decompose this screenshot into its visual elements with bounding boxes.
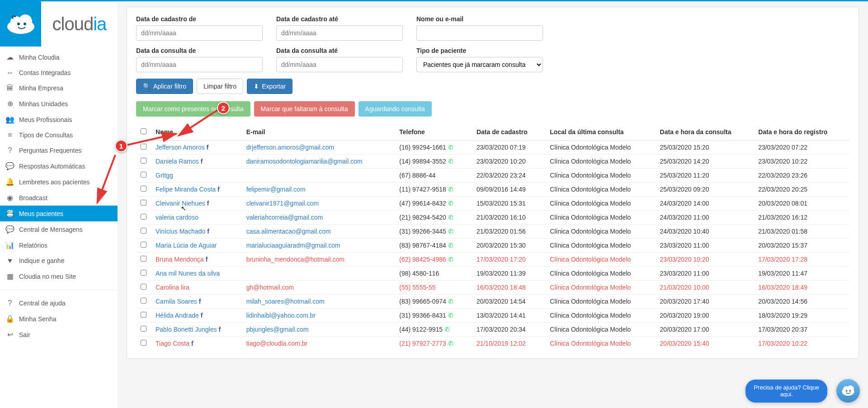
- patient-phone: (14) 99894-3552: [399, 158, 446, 165]
- row-checkbox[interactable]: [141, 284, 146, 290]
- mark-absent-button[interactable]: Marcar que faltaram à consulta: [254, 101, 355, 117]
- input-name-email[interactable]: [416, 25, 543, 41]
- patient-email-link[interactable]: tiago@cloudia.com.br: [246, 340, 308, 347]
- mark-present-button[interactable]: Marcar como presentes na consulta: [136, 101, 250, 117]
- patient-name-link[interactable]: Maria Lúcia de Aguiar: [156, 242, 217, 249]
- whatsapp-icon[interactable]: ✆: [448, 200, 453, 207]
- sidebar-item[interactable]: ⊕Minhas Unidades: [0, 96, 118, 112]
- select-all-checkbox[interactable]: [141, 128, 146, 134]
- sidebar-item[interactable]: ?Perguntas Frequentes: [0, 143, 118, 158]
- sidebar-item[interactable]: ≡Tipos de Consultas: [0, 127, 118, 143]
- sidebar-item[interactable]: 💬Central de Mensagens: [0, 221, 118, 237]
- whatsapp-icon[interactable]: ✆: [448, 158, 453, 165]
- whatsapp-icon[interactable]: ✆: [448, 144, 453, 151]
- patient-name-link[interactable]: Felipe Miranda Costa: [156, 186, 216, 193]
- apply-filter-button[interactable]: 🔍 Aplicar filtro: [136, 79, 193, 94]
- chat-widget-button[interactable]: [836, 379, 860, 403]
- whatsapp-icon[interactable]: ✆: [448, 256, 453, 263]
- patient-name-link[interactable]: Tiago Costa: [156, 340, 189, 347]
- sidebar-item-label: Cloudia no meu Site: [19, 273, 76, 280]
- patient-email-link[interactable]: casa.alimentacao@gmail.com: [246, 228, 331, 235]
- sidebar-item[interactable]: ◉Broadcast: [0, 190, 118, 206]
- patient-name-link[interactable]: Bruna Mendonça: [156, 256, 204, 263]
- help-pill[interactable]: Precisa de ajuda? Clique aqui.: [745, 380, 827, 403]
- row-checkbox[interactable]: [141, 144, 146, 150]
- patient-email-link[interactable]: daniramosodontologiamarilia@gmail.com: [246, 158, 363, 165]
- patient-name-link[interactable]: Carolina lira: [156, 284, 189, 291]
- logo[interactable]: cloudia: [0, 1, 118, 47]
- sidebar-item[interactable]: 🔔Lembretes aos pacientes: [0, 174, 118, 190]
- patient-email-link[interactable]: gh@hotmail.com: [246, 284, 294, 291]
- row-checkbox[interactable]: [141, 186, 146, 192]
- row-checkbox[interactable]: [141, 312, 146, 318]
- patient-name-link[interactable]: valeria cardoso: [156, 214, 198, 221]
- input-appt-to[interactable]: [276, 57, 403, 72]
- sidebar-item[interactable]: ☁Minha Cloudia: [0, 49, 118, 65]
- row-checkbox[interactable]: [141, 298, 146, 304]
- clear-filter-button[interactable]: Limpar filtro: [197, 79, 243, 94]
- row-checkbox[interactable]: [141, 172, 146, 178]
- col-loc: Local da última consulta: [545, 124, 655, 141]
- whatsapp-icon[interactable]: ✆: [448, 298, 453, 305]
- patient-name-link[interactable]: Ana mil Nunes da silva: [156, 270, 220, 277]
- table-row: Camila Soaresfmilah_soares@hotmail.com(8…: [136, 295, 849, 309]
- awaiting-button[interactable]: Aguardando consulta: [359, 101, 432, 117]
- sidebar-item-label: Central de ajuda: [19, 300, 66, 307]
- whatsapp-icon[interactable]: ✆: [448, 340, 453, 347]
- patient-name-link[interactable]: Grttgg: [156, 172, 173, 179]
- table-row: Pablo Bonetti Junglesfpbjungles@gmail.co…: [136, 323, 849, 337]
- sidebar-footer-item[interactable]: ?Central de ajuda: [0, 295, 118, 311]
- input-reg-to[interactable]: [276, 25, 403, 41]
- cell-appt-date: 25/03/2020 11:20: [656, 169, 754, 183]
- whatsapp-icon[interactable]: ✆: [448, 312, 453, 319]
- whatsapp-icon[interactable]: ✆: [444, 326, 450, 333]
- patient-email-link[interactable]: bruninha_mendonca@hotmail.com: [246, 256, 344, 263]
- sidebar-footer-item[interactable]: 🔒Minha Senha: [0, 311, 118, 327]
- cell-reg-date: 15/03/2020 15:31: [472, 197, 545, 211]
- whatsapp-icon[interactable]: ✆: [448, 214, 453, 221]
- row-checkbox[interactable]: [141, 214, 146, 220]
- patient-email-link[interactable]: cleivanir1971@gmail.com: [246, 200, 319, 207]
- sidebar-item[interactable]: ▦Cloudia no meu Site: [0, 268, 118, 284]
- sidebar-item[interactable]: 🏛Minha Empresa: [0, 80, 118, 96]
- patient-name-link[interactable]: Cleivanir Niehues: [156, 200, 205, 207]
- nav-icon: 👥: [5, 115, 14, 124]
- patient-name-link[interactable]: Camila Soares: [156, 298, 197, 305]
- patient-email-link[interactable]: felipemir@gmail.com: [246, 186, 306, 193]
- row-checkbox[interactable]: [141, 200, 146, 206]
- row-checkbox[interactable]: [141, 242, 146, 248]
- patient-name-link[interactable]: Daniela Ramos: [156, 158, 199, 165]
- patient-email-link[interactable]: marialuciaaguiaradm@gmail.com: [246, 242, 340, 249]
- whatsapp-icon[interactable]: ✆: [448, 186, 453, 193]
- whatsapp-icon[interactable]: ✆: [448, 242, 453, 249]
- row-checkbox[interactable]: [141, 270, 146, 276]
- input-reg-from[interactable]: [136, 25, 263, 41]
- patient-email-link[interactable]: milah_soares@hotmail.com: [246, 298, 325, 305]
- patient-email-link[interactable]: lidinhaibl@yahoo.com.br: [246, 312, 316, 319]
- patient-name-link[interactable]: Vinícius Machado: [156, 228, 205, 235]
- row-checkbox[interactable]: [141, 256, 146, 262]
- patient-email-link[interactable]: pbjungles@gmail.com: [246, 326, 309, 333]
- sidebar-item[interactable]: ♥Indique e ganhe: [0, 253, 118, 268]
- input-appt-from[interactable]: [136, 57, 263, 72]
- row-checkbox[interactable]: [141, 158, 146, 164]
- sidebar-item[interactable]: 💬Respostas Automáticas: [0, 158, 118, 174]
- nav-icon: 💬: [5, 225, 14, 234]
- row-checkbox[interactable]: [141, 326, 146, 332]
- patient-name-link[interactable]: Hélida Andrade: [156, 312, 199, 319]
- whatsapp-icon[interactable]: ✆: [448, 228, 453, 235]
- sidebar-item[interactable]: 📊Relatórios: [0, 237, 118, 253]
- patient-name-link[interactable]: Pablo Bonetti Jungles: [156, 326, 217, 333]
- sidebar-item[interactable]: 📇Meus pacientes: [0, 206, 118, 221]
- export-button[interactable]: ⬇ Exportar: [247, 79, 292, 94]
- patient-email-link[interactable]: valeriahcorreia@gmail.com: [246, 214, 323, 221]
- sidebar-footer-item[interactable]: ↩Sair: [0, 327, 118, 342]
- sidebar-item[interactable]: 👥Meus Profissionais: [0, 112, 118, 127]
- select-patient-type[interactable]: Pacientes que já marcaram consulta: [416, 57, 543, 72]
- cell-created-date: 21/03/2020 01:58: [754, 225, 849, 239]
- row-checkbox[interactable]: [141, 228, 146, 234]
- sidebar-item[interactable]: ↔Contas Integradas: [0, 65, 118, 80]
- patient-name-link[interactable]: Jefferson Amoros: [156, 144, 205, 151]
- row-checkbox[interactable]: [141, 340, 146, 346]
- patient-email-link[interactable]: drjefferson.amoros@gmail.com: [246, 144, 334, 151]
